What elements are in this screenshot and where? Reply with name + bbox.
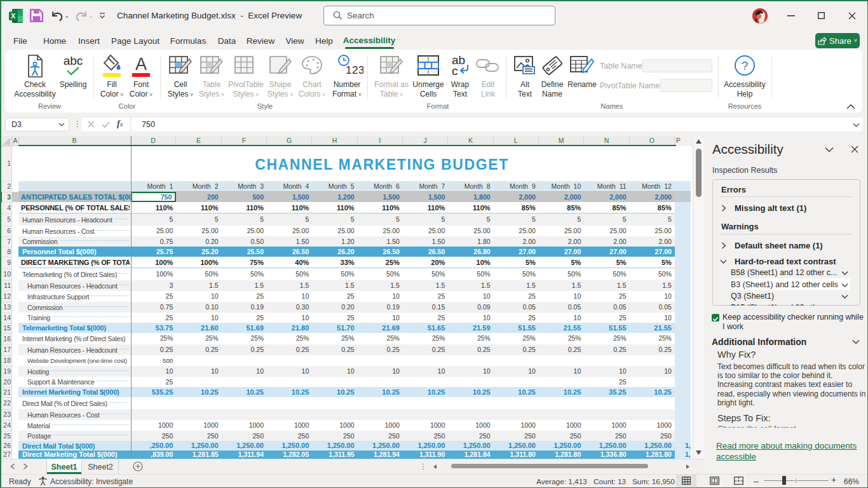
svg-text:X: X [11,12,16,20]
svg-text:abc: abc [64,54,83,67]
svg-text:A: A [135,55,147,74]
svg-text:?: ? [742,59,749,72]
